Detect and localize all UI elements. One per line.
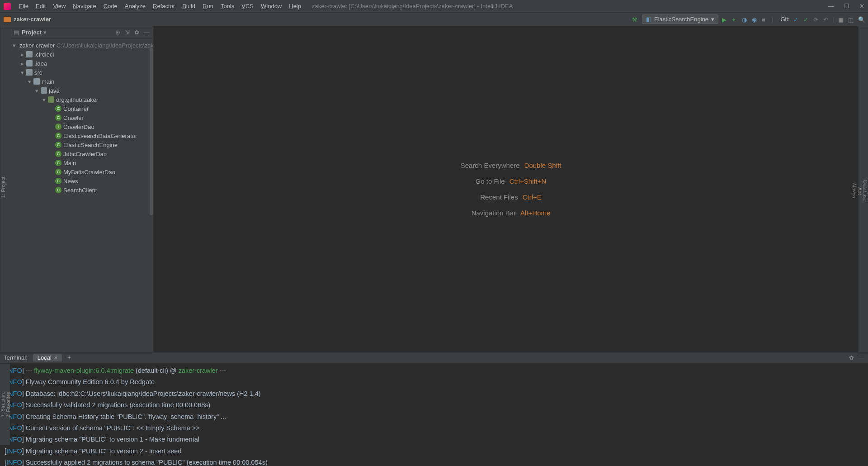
tree-node[interactable]: CNews [10,176,153,185]
git-history-icon[interactable]: ⟳ [813,16,820,23]
editor-hint: Go to FileCtrl+Shift+N [476,177,547,185]
add-terminal-icon[interactable]: + [65,354,74,361]
build-icon[interactable]: ⚒ [632,16,638,23]
tree-node[interactable]: ▾java [10,86,153,95]
database-tool-button[interactable]: Database [863,30,868,352]
project-folder-icon [4,17,11,22]
title-bar: FileEditViewNavigateCodeAnalyzeRefactorB… [0,0,868,13]
project-panel: ▤ Project ▾ ⊕ ⇲ ✿ ― ▾zaker-crawlerC:\Use… [10,26,154,352]
search-everywhere-icon[interactable]: 🔍 [858,16,864,23]
left-tool-stripe: 1: Project [0,26,10,352]
close-tab-icon[interactable]: × [54,354,58,361]
structure-tool-button[interactable]: 7: Structure [0,364,5,445]
gear-icon[interactable]: ✿ [134,29,139,36]
editor-hint: Search EverywhereDouble Shift [461,162,561,169]
main-menu: FileEditViewNavigateCodeAnalyzeRefactorB… [15,3,305,10]
maximize-icon[interactable]: ❐ [844,3,849,10]
terminal-output[interactable]: [INFO] --- flyway-maven-plugin:6.0.4:mig… [0,363,868,466]
minimize-icon[interactable]: ― [828,3,834,10]
favorites-tool-button[interactable]: 2: Favorites [5,364,11,445]
tree-node[interactable]: CMyBatisCrawlerDao [10,167,153,176]
terminal-gear-icon[interactable]: ✿ [849,354,854,361]
run-config-label: ElasticSearchEngine [654,16,708,23]
window-title: zaker-crawler [C:\Users\liukaiqiang\Idea… [312,3,513,10]
tree-node[interactable]: CMain [10,158,153,167]
maven-tool-button[interactable]: Maven [852,30,857,352]
menu-run[interactable]: Run [199,3,217,10]
terminal-tab-local[interactable]: Local × [33,354,62,361]
right-tool-stripe: Database Ant Maven [858,26,868,352]
run-icon[interactable]: ▶ [722,16,728,23]
chevron-down-icon[interactable]: ▾ [43,29,47,36]
ide-structure-icon[interactable]: ◫ [848,16,854,23]
menu-help[interactable]: Help [285,3,305,10]
locate-icon[interactable]: ⊕ [115,29,120,36]
config-icon: ◧ [646,16,651,23]
menu-navigate[interactable]: Navigate [69,3,99,10]
tree-node[interactable]: CElasticSearchEngine [10,140,153,149]
tree-node[interactable]: ▾main [10,77,153,86]
run-config-selector[interactable]: ◧ ElasticSearchEngine ▾ [642,14,718,24]
terminal-tool-window: Terminal: Local × + ✿ ― [INFO] --- flywa… [0,352,868,466]
coverage-icon[interactable]: ◑ [742,16,748,23]
tree-node[interactable]: ICrawlerDao [10,122,153,131]
stop-icon[interactable]: ■ [762,16,768,23]
profile-icon[interactable]: ◉ [752,16,758,23]
ant-tool-button[interactable]: Ant [857,30,863,352]
menu-code[interactable]: Code [100,3,121,10]
tree-node[interactable]: CElasticsearchDataGenerator [10,131,153,140]
project-tree[interactable]: ▾zaker-crawlerC:\Users\liukaiqiang\IdeaP… [10,39,153,352]
menu-window[interactable]: Window [257,3,285,10]
chevron-down-icon: ▾ [711,16,714,23]
git-update-icon[interactable]: ✓ [793,16,800,23]
terminal-hide-icon[interactable]: ― [859,354,864,361]
close-icon[interactable]: ✕ [859,3,864,10]
breadcrumb[interactable]: zaker-crawler [14,16,51,23]
menu-build[interactable]: Build [179,3,199,10]
project-view-icon: ▤ [14,29,19,36]
panel-title[interactable]: Project [22,29,42,36]
editor-hint: Navigation BarAlt+Home [472,209,551,217]
scrollbar-thumb[interactable] [150,48,153,215]
git-commit-icon[interactable]: ✓ [803,16,810,23]
menu-edit[interactable]: Edit [32,3,49,10]
tree-node[interactable]: ▾org.github.zaker [10,95,153,104]
navigation-bar: zaker-crawler ⚒ ◧ ElasticSearchEngine ▾ … [0,13,868,26]
git-revert-icon[interactable]: ↶ [823,16,830,23]
editor-hint: Recent FilesCtrl+E [480,193,541,201]
editor-empty-state: Search EverywhereDouble ShiftGo to FileC… [154,26,868,352]
terminal-label: Terminal: [4,354,28,361]
project-tool-button[interactable]: 1: Project [0,26,6,348]
tree-node[interactable]: CSearchClient [10,185,153,195]
hide-icon[interactable]: ― [144,29,150,36]
menu-vcs[interactable]: VCS [238,3,257,10]
debug-icon[interactable]: ⌖ [732,16,738,23]
terminal-tab-label: Local [38,354,52,361]
ide-settings-icon[interactable]: ▦ [838,16,844,23]
tree-node[interactable]: CContainer [10,104,153,113]
tree-node[interactable]: ▸.circleci [10,50,153,59]
tree-node[interactable]: CJdbcCrawlerDao [10,149,153,158]
tree-node[interactable]: ▸.idea [10,59,153,68]
git-label: Git: [780,16,789,23]
collapse-icon[interactable]: ⇲ [125,29,130,36]
menu-tools[interactable]: Tools [217,3,238,10]
intellij-logo-icon [4,3,11,10]
tree-node[interactable]: ▾zaker-crawlerC:\Users\liukaiqiang\IdeaP… [10,41,153,50]
menu-refactor[interactable]: Refactor [149,3,179,10]
tree-node[interactable]: CCrawler [10,113,153,122]
menu-analyze[interactable]: Analyze [121,3,149,10]
menu-file[interactable]: File [15,3,32,10]
menu-view[interactable]: View [49,3,69,10]
tree-node[interactable]: ▾src [10,68,153,77]
